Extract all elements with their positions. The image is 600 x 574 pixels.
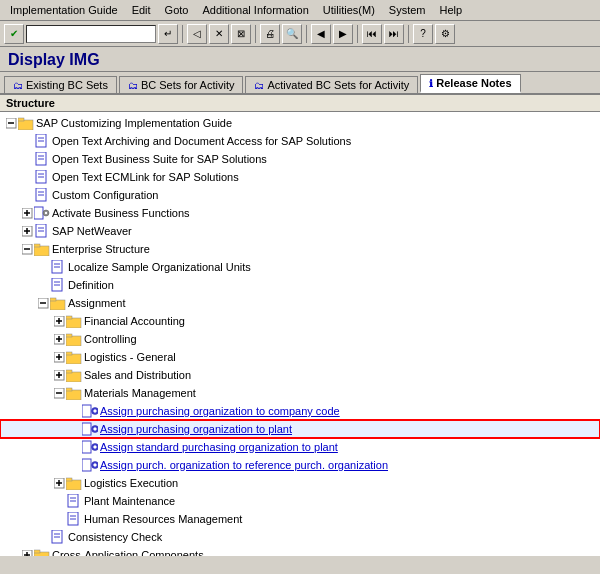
menu-goto[interactable]: Goto [159, 2, 195, 18]
tree-expander-6[interactable] [20, 206, 34, 220]
node-label-3: Open Text Business Suite for SAP Solutio… [52, 151, 267, 167]
tree-expander-1[interactable] [4, 116, 18, 130]
tree-node-1[interactable]: SAP Customizing Implementation Guide [0, 114, 600, 132]
save-button[interactable]: ✔ [4, 24, 24, 44]
menu-help[interactable]: Help [434, 2, 469, 18]
tree-node-14[interactable]: Logistics - General [0, 348, 600, 366]
tree-expander-3[interactable] [20, 152, 34, 166]
cancel-button[interactable]: ⊠ [231, 24, 251, 44]
tree-node-5[interactable]: Custom Configuration [0, 186, 600, 204]
back-button[interactable]: ◁ [187, 24, 207, 44]
tree-expander-22[interactable] [52, 494, 66, 508]
node-label-19[interactable]: Assign standard purchasing organization … [100, 439, 338, 455]
exit-button[interactable]: ✕ [209, 24, 229, 44]
svg-rect-64 [66, 390, 81, 400]
tree-node-19[interactable]: Assign standard purchasing organization … [0, 438, 600, 456]
tree-node-6[interactable]: Activate Business Functions [0, 204, 600, 222]
tree-node-7[interactable]: SAP NetWeaver [0, 222, 600, 240]
svg-rect-61 [66, 370, 72, 373]
tree-expander-9[interactable] [36, 260, 50, 274]
bc-activated-icon: 🗂 [254, 80, 264, 91]
node-label-20[interactable]: Assign purch. organization to reference … [100, 457, 388, 473]
tree-expander-23[interactable] [52, 512, 66, 526]
find-button[interactable]: 🔍 [282, 24, 302, 44]
svg-rect-65 [66, 388, 72, 391]
svg-rect-81 [66, 480, 81, 490]
tab-bc-sets-activity[interactable]: 🗂 BC Sets for Activity [119, 76, 244, 93]
tree-expander-24[interactable] [36, 530, 50, 544]
tree-node-12[interactable]: Financial Accounting [0, 312, 600, 330]
tree-node-4[interactable]: Open Text ECMLink for SAP Solutions [0, 168, 600, 186]
next-button[interactable]: ▶ [333, 24, 353, 44]
tree-node-15[interactable]: Sales and Distribution [0, 366, 600, 384]
svg-rect-72 [82, 441, 91, 453]
tree-node-20[interactable]: Assign purch. organization to reference … [0, 456, 600, 474]
tree-expander-19[interactable] [68, 440, 82, 454]
svg-rect-55 [66, 354, 81, 364]
node-label-13: Controlling [84, 331, 137, 347]
tree-expander-15[interactable] [52, 368, 66, 382]
menu-implementation-guide[interactable]: Implementation Guide [4, 2, 124, 18]
command-field[interactable] [26, 25, 156, 43]
tree-node-23[interactable]: Human Resources Management [0, 510, 600, 528]
node-label-17[interactable]: Assign purchasing organization to compan… [100, 403, 340, 419]
tree-expander-16[interactable] [52, 386, 66, 400]
tab-release-notes[interactable]: ℹ Release Notes [420, 74, 520, 93]
toolbar: ✔ ↵ ◁ ✕ ⊠ 🖨 🔍 ◀ ▶ ⏮ ⏭ ? ⚙ [0, 21, 600, 47]
tree-expander-10[interactable] [36, 278, 50, 292]
tree-expander-5[interactable] [20, 188, 34, 202]
tree-expander-4[interactable] [20, 170, 34, 184]
tree-node-17[interactable]: Assign purchasing organization to compan… [0, 402, 600, 420]
settings-button[interactable]: ⚙ [435, 24, 455, 44]
tree-expander-7[interactable] [20, 224, 34, 238]
node-icon-folder-21 [66, 476, 82, 490]
first-button[interactable]: ⏮ [362, 24, 382, 44]
tree-expander-2[interactable] [20, 134, 34, 148]
tree-node-24[interactable]: Consistency Check [0, 528, 600, 546]
tree-expander-13[interactable] [52, 332, 66, 346]
tree-node-18[interactable]: Assign purchasing organization to plant [0, 420, 600, 438]
enter-button[interactable]: ↵ [158, 24, 178, 44]
bc-sets-icon: 🗂 [13, 80, 23, 91]
tree-node-3[interactable]: Open Text Business Suite for SAP Solutio… [0, 150, 600, 168]
menu-additional-info[interactable]: Additional Information [196, 2, 314, 18]
separator-5 [408, 25, 409, 43]
tab-existing-bc-sets[interactable]: 🗂 Existing BC Sets [4, 76, 117, 93]
tree-expander-12[interactable] [52, 314, 66, 328]
tree-expander-20[interactable] [68, 458, 82, 472]
tree-node-2[interactable]: Open Text Archiving and Document Access … [0, 132, 600, 150]
node-icon-doc-23 [66, 512, 82, 526]
tree-expander-18[interactable] [68, 422, 82, 436]
node-label-25: Cross-Application Components [52, 547, 204, 556]
help-button[interactable]: ? [413, 24, 433, 44]
menu-system[interactable]: System [383, 2, 432, 18]
node-label-4: Open Text ECMLink for SAP Solutions [52, 169, 239, 185]
tree-area[interactable]: SAP Customizing Implementation GuideOpen… [0, 112, 600, 556]
tree-expander-14[interactable] [52, 350, 66, 364]
menu-utilities[interactable]: Utilities(M) [317, 2, 381, 18]
node-label-18[interactable]: Assign purchasing organization to plant [100, 421, 292, 437]
tree-expander-17[interactable] [68, 404, 82, 418]
svg-rect-75 [82, 459, 91, 471]
tree-expander-25[interactable] [20, 548, 34, 556]
node-label-6: Activate Business Functions [52, 205, 190, 221]
tree-expander-8[interactable] [20, 242, 34, 256]
tree-node-13[interactable]: Controlling [0, 330, 600, 348]
tree-node-8[interactable]: Enterprise Structure [0, 240, 600, 258]
node-label-16: Materials Management [84, 385, 196, 401]
tree-node-25[interactable]: Cross-Application Components [0, 546, 600, 556]
last-button[interactable]: ⏭ [384, 24, 404, 44]
tree-node-22[interactable]: Plant Maintenance [0, 492, 600, 510]
tree-node-11[interactable]: Assignment [0, 294, 600, 312]
node-icon-folder-13 [66, 332, 82, 346]
print-button[interactable]: 🖨 [260, 24, 280, 44]
tree-node-21[interactable]: Logistics Execution [0, 474, 600, 492]
tree-node-16[interactable]: Materials Management [0, 384, 600, 402]
prev-button[interactable]: ◀ [311, 24, 331, 44]
menu-edit[interactable]: Edit [126, 2, 157, 18]
tree-expander-21[interactable] [52, 476, 66, 490]
tree-node-9[interactable]: Localize Sample Organizational Units [0, 258, 600, 276]
tree-expander-11[interactable] [36, 296, 50, 310]
tree-node-10[interactable]: Definition [0, 276, 600, 294]
tab-activated-bc-sets[interactable]: 🗂 Activated BC Sets for Activity [245, 76, 418, 93]
